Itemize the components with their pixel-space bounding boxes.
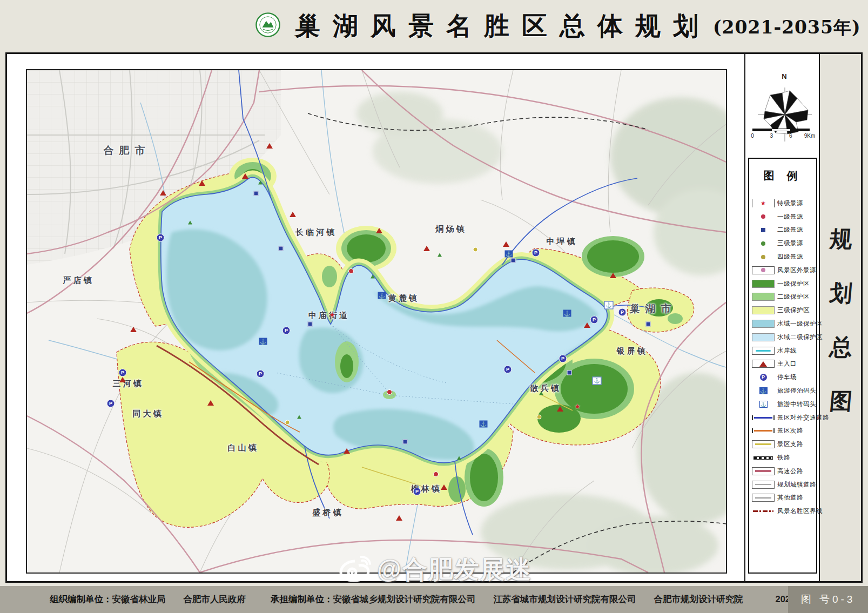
map-marker-bsq (567, 371, 572, 375)
map-marker-anchor: ⚓ (480, 421, 488, 428)
map-marker-gtri (438, 253, 442, 257)
map-marker-rdot (433, 471, 439, 477)
legend-pcircle-icon (752, 373, 775, 381)
map-marker-rdot (348, 268, 354, 274)
scale-segment (790, 129, 809, 131)
legend-item: ★特级景源 (752, 197, 816, 210)
legend-dot-icon (752, 253, 775, 261)
map-marker-tri (199, 180, 205, 186)
map-marker-layer: PPPPPPPPPPP⚓⚓⚓⚓⚓⚓⚓★★ (27, 70, 726, 572)
legend-anchor-icon (752, 387, 775, 395)
legend-item: 三级保护区 (752, 304, 816, 317)
legend-boxline2-icon (752, 440, 775, 448)
legend-item-label: 景区次路 (777, 427, 803, 435)
legend-rail-icon (752, 454, 775, 462)
map-marker-gtri (258, 181, 263, 185)
map-marker-p: P (106, 400, 115, 408)
page-title-year: (2021-2035年) (713, 16, 861, 40)
legend-item-label: 旅游停泊码头 (777, 387, 816, 395)
legend-item-label: 旅游中转码头 (777, 400, 816, 408)
legend-item-label: 水岸线 (777, 347, 797, 355)
map-marker-tri (290, 212, 296, 217)
side-title-char: 图 (827, 386, 855, 416)
legend-item-label: 四级景源 (777, 253, 803, 261)
map-marker-ydot (285, 420, 290, 425)
legend-item: 二级保护区 (752, 291, 816, 304)
legend-item-label: 规划城镇道路 (777, 481, 816, 489)
map-marker-p: P (157, 233, 165, 241)
legend-item: 四级景源 (752, 250, 816, 264)
legend-item-label: 主入口 (777, 360, 797, 368)
map-marker-tri (396, 515, 402, 521)
figure-number-badge: 图 号0-3 (788, 586, 868, 613)
legend-fill-icon (752, 333, 775, 341)
scale-bar: 0369Km (752, 129, 810, 143)
legend-item-label: 一级景源 (777, 213, 803, 221)
map-marker-tri (423, 246, 430, 251)
scenic-area-logo-icon (255, 12, 281, 40)
legend-item-label: 水域一级保护区 (777, 320, 823, 328)
page-title: 巢湖风景名胜区总体规划 (295, 9, 711, 43)
org-unit-label: 组织编制单位： (50, 594, 112, 605)
legend-item: 一级保护区 (752, 277, 816, 291)
legend-item: 景区支路 (752, 437, 816, 451)
scale-tick: 9Km (804, 133, 816, 139)
compass-north-label: N (779, 72, 790, 80)
legend-dot-icon (752, 213, 775, 221)
legend-item: 其他道路 (752, 491, 816, 505)
map-marker-gtri (297, 415, 301, 419)
map-marker-tri (119, 377, 126, 382)
frame-divider-right (819, 54, 820, 581)
scale-tick: 6 (789, 133, 792, 139)
map-marker-gtri (371, 275, 375, 279)
legend-boxthin-icon (752, 494, 775, 502)
map-marker-tri (557, 406, 563, 412)
legend-boxdot-icon (752, 266, 775, 274)
map-marker-anchor: ⚓ (563, 310, 571, 317)
legend-item: 高速公路 (752, 464, 816, 478)
header: 巢湖风景名胜区总体规划 (2021-2035年) (0, 0, 868, 52)
legend-boxthick-icon (752, 467, 775, 475)
legend-item-label: 高速公路 (777, 467, 803, 475)
map-marker-tri (242, 173, 248, 179)
legend-item-label: 二级保护区 (777, 293, 810, 301)
legend-item-label: 景区对外交通道路 (777, 414, 829, 422)
map-marker-p: P (413, 488, 421, 496)
map-marker-tri (610, 273, 616, 278)
map-marker-tri (503, 241, 509, 247)
map-marker-gtri (539, 392, 543, 395)
legend-item: 景区次路 (752, 425, 816, 438)
map-marker-ydot (537, 415, 542, 420)
legend-item: 旅游停泊码头 (752, 384, 816, 398)
legend-item: 风景区外景源 (752, 264, 816, 277)
org-unit-value: 安徽省林业局 合肥市人民政府 (112, 594, 246, 605)
map-marker-rdot (387, 389, 392, 395)
map-marker-bsq (646, 322, 651, 327)
legend: 图 例 ★特级景源一级景源二级景源三级景源四级景源风景区外景源一级保护区二级保护… (748, 158, 817, 574)
scale-tick: 3 (770, 133, 773, 139)
map-marker-anchor: ⚓ (505, 251, 513, 258)
legend-item: 停车场 (752, 371, 816, 384)
map-panel: 合肥市巢湖市严店镇三河镇同大镇白山镇盛桥镇槐林镇散兵镇银屏镇中垾镇烔炀镇黄麓镇长… (26, 69, 727, 574)
map-marker-tri (376, 228, 382, 233)
legend-items: ★特级景源一级景源二级景源三级景源四级景源风景区外景源一级保护区二级保护区三级保… (752, 197, 816, 570)
map-marker-p: P (257, 370, 265, 378)
legend-fill-icon (752, 306, 775, 314)
legend-capline-icon (752, 415, 775, 420)
map-marker-p: P (559, 355, 567, 363)
map-marker-tri (130, 327, 137, 332)
watermark: @合肥发展迷 (338, 553, 532, 587)
legend-item-label: 风景名胜区界线 (777, 507, 823, 515)
map-marker-bsq (279, 246, 284, 251)
legend-item-label: 风景区外景源 (777, 266, 816, 274)
map-marker-star: ★ (574, 403, 581, 410)
legend-boxthin-icon (752, 481, 775, 489)
side-title-char: 规 (827, 224, 855, 254)
legend-item: 水域一级保护区 (752, 317, 816, 331)
legend-fill-icon (752, 280, 775, 288)
plan-sheet: 巢湖风景名胜区总体规划 (2021-2035年) 规划总图 (0, 0, 868, 613)
map-marker-anchor: ⚓ (259, 338, 267, 345)
side-title-char: 总 (827, 332, 855, 362)
legend-item: 铁路 (752, 451, 816, 464)
legend-boxline-icon (752, 347, 775, 355)
